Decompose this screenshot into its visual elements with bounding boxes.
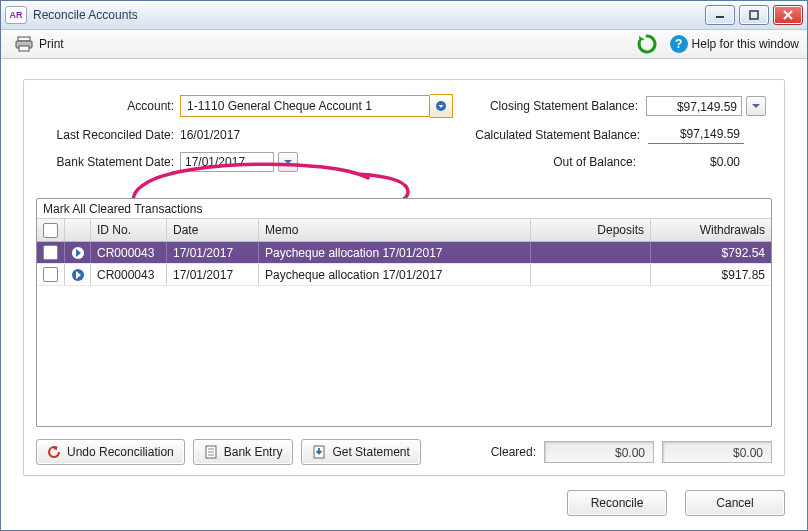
bank-statement-date-dropdown[interactable] xyxy=(278,152,298,172)
table-header: ID No. Date Memo Deposits Withdrawals xyxy=(37,218,771,242)
cell-id: CR000043 xyxy=(91,264,167,285)
table-row[interactable]: CR000043 17/01/2017 Paycheque allocation… xyxy=(37,242,771,264)
last-reconciled-value: 16/01/2017 xyxy=(180,126,240,144)
out-of-balance-label: Out of Balance: xyxy=(553,155,644,169)
app-badge: AR xyxy=(5,6,27,24)
print-icon xyxy=(15,36,33,52)
account-value: 1-1110 General Cheque Account 1 xyxy=(187,99,372,113)
refresh-button[interactable] xyxy=(636,33,658,55)
arrow-right-icon xyxy=(71,246,84,260)
undo-icon xyxy=(47,445,61,459)
bank-statement-date-label: Bank Statement Date: xyxy=(42,155,180,169)
header-memo[interactable]: Memo xyxy=(259,219,531,241)
cleared-label: Cleared: xyxy=(491,445,536,459)
minimize-icon xyxy=(715,10,725,20)
main-panel: Account: 1-1110 General Cheque Account 1… xyxy=(23,79,785,476)
close-button[interactable] xyxy=(773,5,803,25)
close-icon xyxy=(783,10,793,20)
cleared-summary: Cleared: $0.00 $0.00 xyxy=(491,441,772,463)
cell-withdrawals: $917.85 xyxy=(651,264,771,285)
out-of-balance-value: $0.00 xyxy=(644,155,744,169)
account-dropdown-button[interactable] xyxy=(430,94,453,118)
account-label: Account: xyxy=(42,99,180,113)
row-checkbox[interactable] xyxy=(43,245,58,260)
cell-deposits xyxy=(531,242,651,263)
table-title: Mark All Cleared Transactions xyxy=(37,199,771,218)
cell-date: 17/01/2017 xyxy=(167,242,259,263)
get-statement-button[interactable]: Get Statement xyxy=(301,439,420,465)
cleared-deposits: $0.00 xyxy=(544,441,654,463)
svg-rect-1 xyxy=(750,11,758,19)
reconcile-button[interactable]: Reconcile xyxy=(567,490,667,516)
minimize-button[interactable] xyxy=(705,5,735,25)
undo-reconciliation-label: Undo Reconciliation xyxy=(67,445,174,459)
print-label: Print xyxy=(39,37,64,51)
cell-withdrawals: $792.54 xyxy=(651,242,771,263)
header-date[interactable]: Date xyxy=(167,219,259,241)
get-statement-label: Get Statement xyxy=(332,445,409,459)
chevron-down-icon xyxy=(283,157,293,167)
header-check-all[interactable] xyxy=(37,219,65,241)
row-checkbox[interactable] xyxy=(43,267,58,282)
checkbox-icon xyxy=(43,223,58,238)
table-row[interactable]: CR000043 17/01/2017 Paycheque allocation… xyxy=(37,264,771,286)
help-label: Help for this window xyxy=(692,37,799,51)
panel-footer: Undo Reconciliation Bank Entry Get State… xyxy=(36,439,772,465)
reconcile-accounts-window: AR Reconcile Accounts Print ? Help for t… xyxy=(0,0,808,531)
toolbar: Print ? Help for this window xyxy=(1,30,807,59)
bank-statement-date-input[interactable]: 17/01/2017 xyxy=(180,152,274,172)
header-icon-col xyxy=(65,219,91,241)
bank-statement-date-value: 17/01/2017 xyxy=(185,155,245,169)
closing-balance-input[interactable]: $97,149.59 xyxy=(646,96,742,116)
transactions-table: Mark All Cleared Transactions ID No. Dat… xyxy=(36,198,772,427)
row-open-button[interactable] xyxy=(65,264,91,285)
cell-date: 17/01/2017 xyxy=(167,264,259,285)
cell-memo: Paycheque allocation 17/01/2017 xyxy=(259,242,531,263)
header-id[interactable]: ID No. xyxy=(91,219,167,241)
cancel-label: Cancel xyxy=(716,496,753,510)
fields-area: Account: 1-1110 General Cheque Account 1… xyxy=(24,80,784,186)
maximize-icon xyxy=(749,10,759,20)
header-deposits[interactable]: Deposits xyxy=(531,219,651,241)
help-link[interactable]: ? Help for this window xyxy=(670,35,799,53)
help-icon: ? xyxy=(670,35,688,53)
last-reconciled-label: Last Reconciled Date: xyxy=(42,128,180,142)
account-input[interactable]: 1-1110 General Cheque Account 1 xyxy=(180,95,430,117)
document-icon xyxy=(204,445,218,459)
calculated-balance-label: Calculated Statement Balance: xyxy=(475,128,648,142)
row-open-button[interactable] xyxy=(65,242,91,263)
reconcile-label: Reconcile xyxy=(591,496,644,510)
window-title: Reconcile Accounts xyxy=(33,8,138,22)
chevron-down-icon xyxy=(751,101,761,111)
cell-id: CR000043 xyxy=(91,242,167,263)
cell-deposits xyxy=(531,264,651,285)
chevron-down-icon xyxy=(435,100,447,112)
closing-balance-dropdown[interactable] xyxy=(746,96,766,116)
svg-rect-6 xyxy=(19,46,29,51)
calculated-balance-value: $97,149.59 xyxy=(648,127,744,144)
cleared-withdrawals: $0.00 xyxy=(662,441,772,463)
cancel-button[interactable]: Cancel xyxy=(685,490,785,516)
print-button[interactable]: Print xyxy=(9,34,70,54)
undo-reconciliation-button[interactable]: Undo Reconciliation xyxy=(36,439,185,465)
maximize-button[interactable] xyxy=(739,5,769,25)
download-icon xyxy=(312,445,326,459)
bank-entry-button[interactable]: Bank Entry xyxy=(193,439,294,465)
dialog-footer: Reconcile Cancel xyxy=(567,490,785,516)
svg-rect-4 xyxy=(18,37,30,41)
arrow-right-icon xyxy=(71,268,84,282)
closing-balance-label: Closing Statement Balance: xyxy=(490,99,646,113)
titlebar: AR Reconcile Accounts xyxy=(1,1,807,30)
table-body: CR000043 17/01/2017 Paycheque allocation… xyxy=(37,242,771,426)
header-withdrawals[interactable]: Withdrawals xyxy=(651,219,771,241)
cell-memo: Paycheque allocation 17/01/2017 xyxy=(259,264,531,285)
bank-entry-label: Bank Entry xyxy=(224,445,283,459)
refresh-icon xyxy=(636,33,658,55)
